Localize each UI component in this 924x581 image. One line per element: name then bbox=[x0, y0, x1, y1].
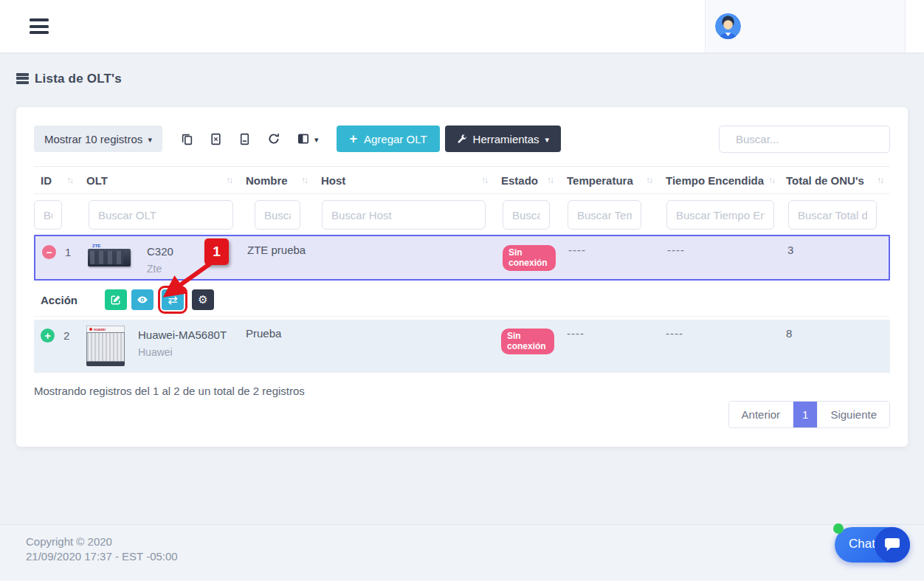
page-title: Lista de OLT's bbox=[35, 72, 122, 86]
column-header-temperatura[interactable]: Temperatura↑↓ bbox=[560, 174, 659, 187]
copy-button[interactable] bbox=[173, 126, 201, 152]
search-input[interactable] bbox=[736, 133, 883, 145]
table-filter-row bbox=[34, 197, 890, 233]
filter-nombre-input[interactable] bbox=[255, 200, 300, 230]
avatar-image bbox=[715, 13, 741, 39]
olt-temperatura: ---- bbox=[562, 236, 661, 256]
sort-icon: ↑↓ bbox=[301, 175, 307, 185]
copyright-text: Copyright © 2020 bbox=[26, 535, 924, 548]
settings-olt-button[interactable]: ⚙ bbox=[192, 289, 214, 310]
filter-tiempo-input[interactable] bbox=[666, 200, 774, 230]
wrench-icon bbox=[457, 134, 467, 144]
page-footer: Copyright © 2020 21/09/2020 17:37 - EST … bbox=[0, 524, 924, 581]
view-olt-button[interactable] bbox=[131, 289, 154, 310]
user-avatar[interactable] bbox=[715, 13, 741, 39]
transfer-arrows-icon: ⇄ bbox=[168, 293, 177, 307]
olt-brand: Huawei bbox=[138, 346, 227, 358]
speech-bubble-icon bbox=[883, 537, 901, 553]
olt-model: C320 bbox=[147, 245, 173, 258]
show-entries-label: Mostrar 10 registros bbox=[44, 133, 142, 145]
row-id: 1 bbox=[65, 246, 71, 258]
action-row: Acción ⇄ ⚙ bbox=[34, 283, 890, 317]
sort-icon: ↑↓ bbox=[481, 175, 487, 185]
sort-icon: ↑↓ bbox=[768, 175, 774, 185]
table-row[interactable]: − 1 ZTE C320 Zte ZTE prueba Sin conexión… bbox=[34, 235, 890, 281]
collapse-row-icon[interactable]: − bbox=[42, 245, 56, 259]
column-header-olt[interactable]: OLT↑↓ bbox=[80, 174, 239, 187]
caret-down-icon: ▾ bbox=[148, 136, 152, 144]
tools-label: Herramientas bbox=[473, 133, 539, 145]
file-icon bbox=[238, 133, 251, 145]
sort-icon: ↑↓ bbox=[66, 175, 72, 185]
olt-temperatura: ---- bbox=[560, 320, 659, 340]
caret-down-icon: ▾ bbox=[314, 136, 319, 144]
chat-widget[interactable]: Chat bbox=[835, 527, 910, 563]
sort-icon: ↑↓ bbox=[646, 175, 652, 185]
filter-estado-input[interactable] bbox=[503, 200, 550, 230]
filter-olt-input[interactable] bbox=[89, 200, 233, 230]
olt-tiempo-encendida: ---- bbox=[661, 236, 781, 256]
filter-host-input[interactable] bbox=[322, 200, 486, 230]
transfer-olt-button[interactable]: ⇄ bbox=[162, 289, 184, 310]
column-header-total-onus[interactable]: Total de ONU's↑↓ bbox=[779, 174, 890, 187]
table-header-row: ID↑↓ OLT↑↓ Nombre↑↓ Host↑↓ Estado↑↓ Temp… bbox=[34, 166, 890, 194]
sort-icon: ↑↓ bbox=[226, 175, 232, 185]
menu-toggle-icon[interactable] bbox=[30, 18, 49, 34]
export-excel-button[interactable] bbox=[201, 126, 230, 152]
olt-host bbox=[316, 236, 496, 244]
excel-file-icon bbox=[210, 133, 222, 145]
edit-icon bbox=[111, 295, 121, 305]
edit-olt-button[interactable] bbox=[105, 289, 127, 310]
export-file-button[interactable] bbox=[230, 126, 259, 152]
olt-tiempo-encendida: ---- bbox=[659, 320, 779, 340]
table-toolbar: Mostrar 10 registros ▾ bbox=[34, 126, 890, 152]
filter-temperatura-input[interactable] bbox=[568, 200, 641, 230]
olt-nombre: Prueba bbox=[239, 320, 314, 340]
action-label: Acción bbox=[41, 294, 77, 306]
eye-icon bbox=[137, 294, 148, 306]
add-olt-label: Agregar OLT bbox=[364, 133, 427, 145]
column-header-nombre[interactable]: Nombre↑↓ bbox=[239, 174, 314, 187]
huawei-device-image: HUAWEI bbox=[86, 326, 125, 366]
online-status-dot bbox=[833, 523, 844, 534]
server-icon bbox=[16, 73, 29, 86]
filter-id-input[interactable] bbox=[34, 200, 62, 230]
refresh-button[interactable] bbox=[259, 126, 289, 152]
olt-list-card: Mostrar 10 registros ▾ bbox=[16, 107, 908, 447]
chat-label: Chat bbox=[849, 537, 875, 551]
expand-row-icon[interactable]: + bbox=[41, 329, 55, 343]
column-header-id[interactable]: ID↑↓ bbox=[34, 174, 80, 187]
top-navbar bbox=[0, 0, 924, 52]
pagination-page-1[interactable]: 1 bbox=[793, 402, 817, 427]
columns-icon bbox=[297, 132, 310, 145]
timestamp-text: 21/09/2020 17:37 - EST -05:00 bbox=[26, 550, 924, 563]
gears-icon: ⚙ bbox=[198, 293, 207, 306]
olt-host bbox=[314, 320, 494, 327]
status-badge: Sin conexión bbox=[503, 245, 556, 271]
olt-nombre: ZTE prueba bbox=[241, 236, 316, 256]
add-olt-button[interactable]: + Agregar OLT bbox=[337, 126, 439, 152]
column-header-host[interactable]: Host↑↓ bbox=[314, 174, 494, 187]
column-visibility-button[interactable]: ▾ bbox=[289, 126, 327, 152]
annotation-step-badge: 1 bbox=[204, 238, 229, 265]
olt-total-onus: 8 bbox=[779, 320, 890, 340]
filter-total-input[interactable] bbox=[788, 200, 877, 230]
records-summary: Mostrando registros del 1 al 2 de un tot… bbox=[34, 385, 305, 397]
plus-icon: + bbox=[349, 132, 357, 145]
pagination-previous[interactable]: Anterior bbox=[729, 402, 793, 427]
refresh-icon bbox=[267, 132, 280, 145]
user-panel bbox=[705, 0, 906, 52]
tools-dropdown[interactable]: Herramientas ▾ bbox=[445, 126, 562, 152]
chat-bubble-circle bbox=[875, 527, 910, 563]
olt-brand: Zte bbox=[147, 263, 173, 275]
sort-icon: ↑↓ bbox=[547, 175, 553, 185]
column-header-tiempo[interactable]: Tiempo Encendida↑↓ bbox=[659, 174, 779, 187]
olt-model: Huawei-MA5680T bbox=[138, 329, 227, 341]
sort-icon: ↑↓ bbox=[877, 175, 883, 185]
column-header-estado[interactable]: Estado↑↓ bbox=[494, 174, 560, 187]
pagination: Anterior 1 Siguiente bbox=[728, 401, 890, 428]
show-entries-dropdown[interactable]: Mostrar 10 registros ▾ bbox=[34, 126, 162, 152]
zte-device-image: ZTE bbox=[88, 242, 134, 275]
table-row[interactable]: + 2 HUAWEI Huawei-MA5680T Huawei Prueba … bbox=[34, 320, 890, 373]
pagination-next[interactable]: Siguiente bbox=[817, 402, 889, 427]
